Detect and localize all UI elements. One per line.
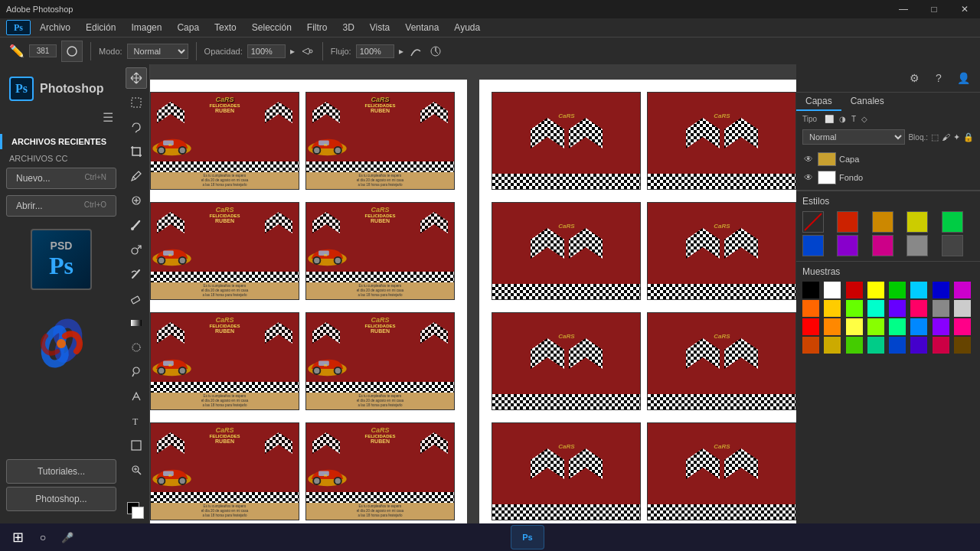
sample-color-13[interactable]	[910, 300, 927, 317]
sample-color-1[interactable]	[824, 282, 841, 298]
menu-texto[interactable]: Texto	[208, 21, 243, 34]
blend-mode-select[interactable]: Normal Multiplicar	[802, 129, 905, 145]
microphone-button[interactable]: 🎤	[57, 527, 78, 548]
sample-color-22[interactable]	[933, 318, 949, 335]
eyedropper-tool[interactable]	[126, 165, 147, 187]
sample-color-5[interactable]	[910, 282, 927, 298]
sample-color-24[interactable]	[802, 337, 819, 354]
style-blue[interactable]	[802, 235, 824, 256]
sample-color-12[interactable]	[889, 300, 906, 317]
ps-menu-icon[interactable]: Ps	[6, 20, 31, 35]
marquee-tool[interactable]	[126, 92, 147, 113]
sample-color-7[interactable]	[954, 282, 971, 298]
sample-color-11[interactable]	[867, 300, 884, 317]
menu-archivo[interactable]: Archivo	[34, 21, 77, 34]
menu-imagen[interactable]: Imagen	[125, 21, 168, 34]
sample-color-2[interactable]	[846, 282, 863, 298]
healing-tool[interactable]	[126, 190, 147, 211]
history-brush-tool[interactable]	[126, 263, 147, 285]
shape-layer-icon[interactable]: ◇	[860, 114, 869, 124]
layer-vis-2[interactable]: 👁	[802, 171, 815, 184]
sample-color-31[interactable]	[954, 337, 971, 354]
brush-tool[interactable]	[126, 214, 147, 236]
sample-color-17[interactable]	[824, 318, 841, 335]
layer-vis-1[interactable]: 👁	[802, 153, 815, 165]
angle-icon[interactable]	[428, 44, 443, 59]
menu-3d[interactable]: 3D	[336, 21, 360, 34]
sample-color-10[interactable]	[846, 300, 863, 317]
menu-edicion[interactable]: Edición	[80, 21, 122, 34]
help-icon-btn[interactable]: ?	[928, 67, 949, 89]
gradient-tool[interactable]	[126, 312, 147, 334]
dodge-tool[interactable]	[126, 361, 147, 383]
foreground-background-colors[interactable]	[127, 502, 145, 520]
style-orange[interactable]	[872, 211, 893, 233]
sample-color-20[interactable]	[889, 318, 906, 335]
text-tool[interactable]: T	[126, 410, 147, 432]
open-file-button[interactable]: Abrir... Ctrl+O	[6, 195, 116, 217]
sample-color-4[interactable]	[889, 282, 906, 298]
sidebar-menu-btn[interactable]: ☰	[0, 110, 122, 131]
maximize-button[interactable]: □	[919, 0, 949, 18]
menu-ayuda[interactable]: Ayuda	[448, 21, 486, 34]
close-button[interactable]: ✕	[949, 0, 980, 18]
brush-tool-icon[interactable]: ✏️	[6, 41, 28, 62]
layer-item-2[interactable]: 👁 Fondo	[796, 168, 980, 187]
user-icon-btn[interactable]: 👤	[952, 67, 974, 89]
lock-all-icon[interactable]: 🔒	[963, 132, 974, 142]
sample-color-3[interactable]	[867, 282, 884, 298]
zoom-tool[interactable]	[126, 459, 147, 481]
minimize-button[interactable]: —	[888, 0, 919, 18]
sample-color-27[interactable]	[867, 337, 884, 354]
mode-select[interactable]: Normal Multiplicar Pantalla	[127, 44, 188, 59]
style-red[interactable]	[837, 211, 858, 233]
blur-tool[interactable]	[126, 337, 147, 358]
start-button[interactable]: ⊞	[6, 527, 29, 548]
flow-btn[interactable]: ▸	[399, 46, 403, 57]
lock-position-icon[interactable]: ✦	[953, 132, 960, 142]
sample-color-9[interactable]	[824, 300, 841, 317]
menu-seleccion[interactable]: Selección	[246, 21, 298, 34]
menu-vista[interactable]: Vista	[364, 21, 396, 34]
channels-tab[interactable]: Canales	[841, 93, 893, 111]
pen-tool[interactable]	[126, 386, 147, 407]
sample-color-0[interactable]	[802, 282, 819, 298]
style-pink[interactable]	[872, 235, 893, 256]
sample-color-26[interactable]	[846, 337, 863, 354]
menu-filtro[interactable]: Filtro	[301, 21, 334, 34]
menu-ventana[interactable]: Ventana	[399, 21, 445, 34]
cc-files-link[interactable]: ARCHIVOS CC	[0, 152, 122, 165]
sample-color-18[interactable]	[846, 318, 863, 335]
pixel-layer-icon[interactable]: ⬜	[823, 114, 835, 124]
lock-transparent-icon[interactable]: ⬚	[931, 132, 939, 142]
eraser-tool[interactable]	[126, 288, 147, 309]
clone-stamp-tool[interactable]	[126, 239, 147, 260]
sample-color-6[interactable]	[933, 282, 949, 298]
sample-color-16[interactable]	[802, 318, 819, 335]
sample-color-25[interactable]	[824, 337, 841, 354]
sample-color-21[interactable]	[910, 318, 927, 335]
brush-preset-btn[interactable]	[61, 41, 83, 62]
adjustment-layer-icon[interactable]: ◑	[838, 114, 848, 124]
style-gray[interactable]	[906, 235, 928, 256]
style-yellow[interactable]	[906, 211, 928, 233]
sample-color-23[interactable]	[954, 318, 971, 335]
lasso-tool[interactable]	[126, 116, 147, 138]
canvas-area[interactable]: CaRS FELICIDADES RUBEN	[150, 64, 796, 523]
style-purple[interactable]	[837, 235, 858, 256]
sample-color-15[interactable]	[954, 300, 971, 317]
flow-input[interactable]	[356, 44, 394, 58]
crop-tool[interactable]	[126, 141, 147, 162]
style-green[interactable]	[942, 211, 963, 233]
opacity-input[interactable]	[247, 44, 286, 58]
smoothing-icon[interactable]	[408, 44, 423, 59]
layers-tab[interactable]: Capas	[796, 93, 841, 111]
layer-item-1[interactable]: 👁 Capa	[796, 150, 980, 168]
new-file-button[interactable]: Nuevo... Ctrl+N	[6, 168, 116, 189]
tutorials-button[interactable]: Tutoriales...	[6, 459, 116, 484]
move-tool[interactable]	[126, 67, 147, 89]
search-button[interactable]: ○	[32, 527, 54, 548]
sample-color-8[interactable]	[802, 300, 819, 317]
taskbar-photoshop-app[interactable]: Ps	[511, 525, 544, 549]
sample-color-19[interactable]	[867, 318, 884, 335]
